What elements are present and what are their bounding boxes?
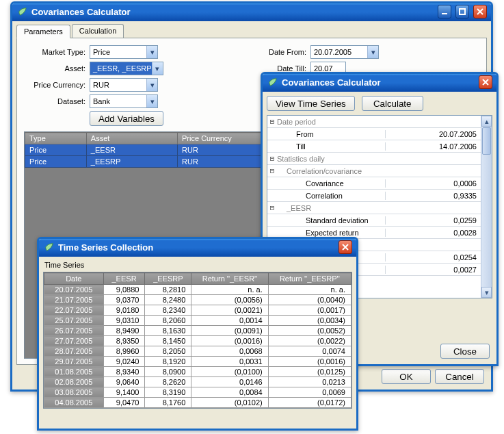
table-cell: 9,0310 — [103, 316, 145, 326]
table-row[interactable]: 28.07.20058,99608,20500,00680,0074 — [44, 346, 352, 357]
column-header[interactable]: Return ''_EESRP'' — [268, 273, 351, 285]
table-cell: 8,1450 — [145, 336, 191, 346]
property-value: 20.07.2005 — [385, 130, 481, 138]
close-button[interactable]: Close — [440, 344, 490, 359]
maximize-button[interactable] — [455, 5, 469, 18]
property-key: Expected return — [277, 229, 359, 237]
tab-strip: Parameters Calculation — [16, 24, 487, 38]
ok-button[interactable]: OK — [382, 369, 431, 384]
date-cell: 29.07.2005 — [44, 357, 104, 367]
property-category[interactable]: ⊟Statistics daily — [267, 153, 481, 165]
column-header[interactable]: _EESR — [103, 273, 145, 285]
scrollbar-thumb[interactable] — [482, 127, 491, 155]
time-series-grid[interactable]: Date_EESR_EESRPReturn ''_EESR''Return ''… — [43, 272, 352, 409]
table-cell: (0,0172) — [268, 398, 351, 408]
date-cell: 04.08.2005 — [44, 398, 104, 408]
table-cell: 9,1400 — [103, 387, 145, 398]
table-row[interactable]: 03.08.20059,14008,31900,00840,0069 — [44, 387, 352, 398]
property-row[interactable]: Covariance0,0006 — [267, 177, 481, 190]
table-cell: 0,0068 — [191, 346, 268, 357]
table-cell: 8,2620 — [145, 377, 191, 387]
tab-parameters[interactable]: Parameters — [16, 25, 70, 38]
stats-title: Covariances Calculator — [282, 77, 381, 88]
date-cell: 27.07.2005 — [44, 336, 104, 346]
label-market-type: Market Type: — [24, 48, 85, 56]
property-category[interactable]: ⊟Date period — [267, 116, 481, 128]
table-cell: (0,0016) — [191, 336, 268, 346]
table-cell: 0,0069 — [268, 387, 351, 398]
table-cell: 8,1630 — [145, 326, 191, 336]
main-titlebar[interactable]: Covariances Calculator — [12, 3, 491, 21]
chevron-down-icon: ▾ — [146, 79, 157, 91]
property-value: 0,0259 — [385, 216, 481, 225]
table-cell: 8,9960 — [103, 346, 145, 357]
table-cell: 8,0900 — [145, 367, 191, 377]
add-variables-button[interactable]: Add Variables — [90, 111, 163, 126]
table-cell: 0,0146 — [191, 377, 268, 387]
table-cell: 0,0031 — [191, 357, 268, 367]
table-row[interactable]: 25.07.20059,03108,20600,0014(0,0034) — [44, 316, 352, 326]
property-row[interactable]: Till14.07.2006 — [267, 140, 481, 153]
cancel-button[interactable]: Cancel — [435, 369, 484, 384]
property-row[interactable]: From20.07.2005 — [267, 128, 481, 140]
table-row[interactable]: 22.07.20059,01808,2340(0,0021)(0,0017) — [44, 305, 352, 316]
minimize-button[interactable] — [438, 5, 451, 18]
property-key: Date period — [277, 118, 316, 126]
close-button[interactable] — [473, 5, 487, 18]
table-row[interactable]: 01.08.20058,93408,0900(0,0100)(0,0125) — [44, 367, 352, 377]
scroll-down-icon[interactable]: ▾ — [481, 287, 492, 298]
price-currency-select[interactable]: RUR▾ — [90, 78, 158, 92]
table-cell: 9,0180 — [103, 305, 145, 316]
table-cell: Price — [25, 156, 87, 168]
table-cell: 8,2050 — [145, 346, 191, 357]
column-header[interactable]: Return ''_EESR'' — [191, 273, 268, 285]
stats-titlebar[interactable]: Covariances Calculator — [263, 74, 496, 92]
table-row[interactable]: 29.07.20059,02408,19200,0031(0,0016) — [44, 357, 352, 367]
table-row[interactable]: 21.07.20059,03708,2480(0,0056)(0,0040) — [44, 295, 352, 305]
property-category[interactable]: ⊟Correlation/covariance — [267, 165, 481, 177]
table-row[interactable]: 20.07.20059,08808,2810n. a.n. a. — [44, 285, 352, 295]
table-row[interactable]: 27.07.20058,93508,1450(0,0016)(0,0022) — [44, 336, 352, 346]
label-price-currency: Price Currency: — [24, 81, 85, 89]
collapse-icon[interactable]: ⊟ — [267, 117, 277, 126]
table-row[interactable]: 04.08.20059,04708,1760(0,0102)(0,0172) — [44, 398, 352, 408]
column-header[interactable]: Date — [44, 273, 104, 285]
property-row[interactable]: Standard deviation0,0259 — [267, 214, 481, 227]
table-row[interactable]: 26.07.20058,94908,1630(0,0091)(0,0052) — [44, 326, 352, 336]
table-cell: _EESR — [86, 144, 177, 156]
vertical-scrollbar[interactable]: ▴ ▾ — [481, 116, 492, 298]
column-header[interactable]: Asset — [86, 133, 177, 144]
view-time-series-button[interactable]: View Time Series — [267, 96, 355, 111]
market-type-select[interactable]: Price▾ — [90, 45, 158, 59]
collapse-icon[interactable]: ⊟ — [267, 203, 277, 212]
main-title: Covariances Calculator — [31, 7, 131, 17]
column-header[interactable]: Type — [25, 133, 87, 144]
collapse-icon[interactable]: ⊟ — [267, 154, 277, 163]
asset-select[interactable]: _EESR, _EESRP▾ — [90, 62, 163, 75]
column-header[interactable]: _EESRP — [145, 273, 191, 285]
app-icon — [18, 7, 27, 16]
property-value: 0,0006 — [385, 179, 481, 188]
table-cell: (0,0056) — [191, 295, 268, 305]
property-value: 0,9335 — [385, 192, 481, 200]
dataset-select[interactable]: Bank▾ — [90, 94, 158, 108]
property-value: 0,0028 — [385, 229, 481, 237]
table-cell: 9,0470 — [103, 398, 145, 408]
scroll-up-icon[interactable]: ▴ — [481, 116, 492, 127]
ts-titlebar[interactable]: Time Series Collection — [39, 239, 356, 257]
calculate-button[interactable]: Calculate — [362, 96, 423, 111]
date-from-select[interactable]: 20.07.2005▾ — [310, 45, 379, 59]
date-cell: 26.07.2005 — [44, 326, 104, 336]
tab-calculation[interactable]: Calculation — [72, 24, 124, 38]
collapse-icon[interactable]: ⊟ — [267, 166, 277, 175]
table-cell: 9,0370 — [103, 295, 145, 305]
close-button[interactable] — [339, 240, 352, 254]
property-value: 0,0027 — [385, 266, 481, 274]
property-category[interactable]: ⊟_EESR — [267, 202, 481, 214]
close-button[interactable] — [479, 75, 492, 89]
date-cell: 20.07.2005 — [44, 285, 104, 295]
table-cell: 8,2480 — [145, 295, 191, 305]
table-row[interactable]: 02.08.20059,06408,26200,01460,0213 — [44, 377, 352, 387]
property-row[interactable]: Correlation0,9335 — [267, 190, 481, 202]
table-cell: 8,2340 — [145, 305, 191, 316]
